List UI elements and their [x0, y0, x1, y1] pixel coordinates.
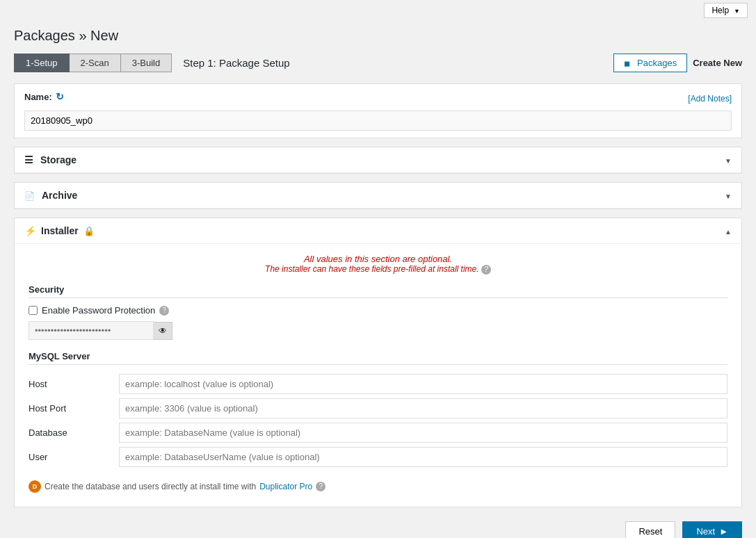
host-label: Host: [29, 372, 119, 396]
host-port-input[interactable]: [119, 398, 727, 418]
optional-line2: The installer can have these fields pre-…: [29, 264, 727, 275]
security-subtitle: Security: [29, 284, 727, 298]
refresh-icon[interactable]: ↻: [56, 91, 64, 102]
storage-icon: [24, 154, 35, 165]
help-button[interactable]: Help: [704, 3, 748, 18]
step2-button[interactable]: 2-Scan: [70, 54, 121, 72]
step-bar: 1-Setup 2-Scan 3-Build Step 1: Package S…: [14, 54, 742, 72]
installer-title: Installer: [41, 225, 79, 236]
installer-chevron-icon: [725, 226, 732, 236]
table-row: Host Port: [29, 396, 727, 421]
duplicator-pro-link[interactable]: Duplicator Pro: [259, 482, 312, 491]
table-row: Host: [29, 372, 727, 396]
table-row: Database: [29, 421, 727, 445]
password-input-wrap: 👁: [29, 321, 182, 340]
name-label: Name: ↻: [24, 91, 64, 102]
pro-logo: D: [29, 480, 41, 493]
next-button[interactable]: Next ►: [682, 521, 742, 538]
optional-notice: All values in this section are optional.…: [29, 254, 727, 275]
lock-icon: 🔒: [83, 226, 95, 236]
archive-section-header[interactable]: Archive: [15, 183, 741, 209]
archive-title: Archive: [42, 190, 77, 201]
pro-info-icon[interactable]: ?: [316, 482, 325, 491]
packages-icon: [624, 58, 633, 68]
database-label: Database: [29, 421, 119, 445]
pro-logo-icon: D: [29, 480, 41, 493]
mysql-form-table: Host Host Port Database User: [29, 372, 727, 469]
page-title: Packages » New: [14, 28, 742, 44]
reset-button[interactable]: Reset: [625, 521, 675, 538]
storage-section-header[interactable]: Storage: [15, 147, 741, 173]
host-port-label: Host Port: [29, 396, 119, 421]
package-name-input[interactable]: [24, 111, 732, 131]
step3-button[interactable]: 3-Build: [121, 54, 172, 72]
step-current-label: Step 1: Package Setup: [183, 57, 289, 69]
table-row: User: [29, 445, 727, 469]
packages-button[interactable]: Packages: [613, 54, 687, 72]
optional-info-icon[interactable]: ?: [481, 265, 491, 275]
help-dropdown-icon: [732, 6, 740, 15]
footer-actions: Reset Next ►: [14, 521, 742, 538]
host-input[interactable]: [119, 374, 727, 394]
pro-notice: D Create the database and users directly…: [29, 480, 727, 493]
password-info-icon[interactable]: ?: [159, 306, 169, 316]
step-bar-actions: Packages Create New: [613, 54, 742, 72]
password-toggle-button[interactable]: 👁: [154, 322, 172, 340]
enable-password-row: Enable Password Protection ?: [29, 305, 727, 316]
name-section: Name: ↻ [Add Notes]: [14, 83, 742, 138]
archive-icon: [24, 190, 37, 201]
user-input[interactable]: [119, 447, 727, 467]
installer-section-header[interactable]: Installer 🔒: [15, 218, 741, 243]
next-arrow-icon: ►: [719, 526, 728, 537]
user-label: User: [29, 445, 119, 469]
installer-body: All values in this section are optional.…: [15, 243, 741, 507]
installer-section: Installer 🔒 All values in this section a…: [14, 218, 742, 507]
help-label: Help: [711, 6, 729, 15]
security-subsection: Security Enable Password Protection ? 👁: [29, 284, 727, 340]
enable-password-checkbox[interactable]: [29, 306, 38, 315]
storage-title: Storage: [40, 154, 77, 165]
archive-chevron-icon: [725, 190, 732, 201]
step1-button[interactable]: 1-Setup: [14, 54, 70, 72]
packages-label: Packages: [637, 58, 677, 68]
mysql-subtitle: MySQL Server: [29, 351, 727, 365]
pro-notice-text: Create the database and users directly a…: [45, 482, 256, 491]
storage-section: Storage: [14, 147, 742, 174]
installer-icon: [24, 225, 36, 236]
create-new-button[interactable]: Create New: [693, 58, 742, 68]
password-input[interactable]: [29, 321, 154, 340]
optional-line1: All values in this section are optional.: [29, 254, 727, 264]
enable-password-label: Enable Password Protection: [42, 305, 155, 316]
add-notes-link[interactable]: [Add Notes]: [688, 94, 732, 104]
database-input[interactable]: [119, 423, 727, 443]
archive-section: Archive: [14, 182, 742, 209]
mysql-subsection: MySQL Server Host Host Port Database: [29, 351, 727, 469]
storage-chevron-icon: [725, 155, 732, 165]
